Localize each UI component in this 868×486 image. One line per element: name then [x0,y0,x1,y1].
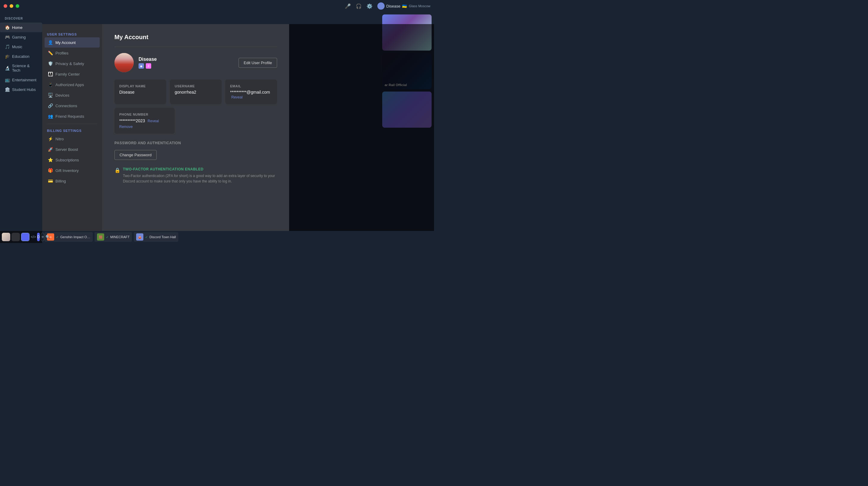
profile-badges: ◆ # [138,63,157,69]
username-value: gonorrhea2 [175,90,217,95]
sidebar-item-music[interactable]: 🎵 Music [0,42,42,52]
headphones-icon[interactable]: 🎧 [356,3,362,9]
settings-nav-subscriptions[interactable]: ⭐ Subscriptions [44,155,100,165]
mic-icon[interactable]: 🎤 [345,3,351,9]
boost-icon: 🚀 [48,147,53,152]
settings-divider-1 [47,124,97,124]
settings-panel: USER SETTINGS 👤 My Account ✏️ Profiles 🛡… [42,24,289,231]
taskbar-icon-explore[interactable]: 🔍 [45,233,50,241]
gaming-icon: 🎮 [5,35,10,39]
flag-icon: 🇺🇦 [402,4,407,8]
phone-masked: **********2023 [119,118,145,123]
sidebar-label-education: Education [12,54,30,59]
sidebar-item-home[interactable]: 🏠 Home [0,23,42,32]
discord-icon: D [37,235,40,239]
settings-nav-privacy[interactable]: 🛡️ Privacy & Safety [44,58,100,69]
settings-sidebar: USER SETTINGS 👤 My Account ✏️ Profiles 🛡… [42,24,102,231]
nav-label-billing: Billing [55,179,66,183]
code-icon: </> [31,235,36,239]
nav-label-friends: Friend Requests [55,114,84,119]
taskbar-icon-add[interactable]: + [41,233,44,241]
settings-nav-server-boost[interactable]: 🚀 Server Boost [44,144,100,155]
music-icon: 🎵 [5,44,10,49]
devices-icon: 🖥️ [48,92,53,98]
email-reveal[interactable]: Reveal [231,95,243,99]
info-cards: Display Name Disease Username gonorrhea2… [115,79,277,104]
genshin-name: Genshin Impact Official [60,235,90,239]
settings-nav-devices[interactable]: 🖥️ Devices [44,90,100,100]
sidebar-item-gaming[interactable]: 🎮 Gaming [0,32,42,42]
phone-remove[interactable]: Remove [119,125,170,129]
taskbar: 2 ⭐ </> D + 🔍 [0,231,42,243]
family-icon: 👨‍👩‍👧 [48,71,53,77]
sidebar-label-student: Student Hubs [12,87,36,92]
settings-nav-friends[interactable]: 👥 Friend Requests [44,111,100,121]
nav-label-my-account: My Account [55,40,75,45]
sidebar-label-entertainment: Entertainment [12,78,36,82]
taskbar-icon-code[interactable]: </> [31,233,36,241]
settings-icon[interactable]: ⚙️ [367,3,373,9]
profile-section: Disease ◆ # Edit User Profile [115,53,277,72]
friends-icon: 👥 [48,114,53,119]
privacy-icon: 🛡️ [48,61,53,66]
science-icon: 🔬 [5,66,10,70]
display-name-label: Display Name [119,84,161,88]
window-controls [4,4,19,8]
minimize-button[interactable] [10,4,13,8]
billing-icon: 💳 [48,178,53,184]
sidebar-item-education[interactable]: 🎓 Education [0,52,42,61]
settings-nav-family[interactable]: 👨‍👩‍👧 Family Center [44,69,100,79]
titlebar-right: 🎤 🎧 ⚙️ Disease 🇺🇦 Glass Moscow [345,2,431,10]
minecraft-name: MINECRAFT [110,235,129,239]
billing-settings-label: BILLING SETTINGS [44,127,100,134]
edit-profile-button[interactable]: Edit User Profile [239,58,277,68]
nav-label-privacy: Privacy & Safety [55,61,84,66]
twofa-section: 🔒 TWO-FACTOR AUTHENTICATION ENABLED Two-… [115,167,277,184]
settings-nav-nitro[interactable]: ⚡ Nitro [44,134,100,144]
minecraft-checkmark: ✓ [106,235,108,239]
explore-icon: 🔍 [45,235,50,239]
settings-nav-my-account[interactable]: 👤 My Account [44,37,100,47]
nav-label-devices: Devices [55,93,69,98]
taskbar-icon-3[interactable] [11,233,20,241]
maximize-button[interactable] [16,4,19,8]
settings-nav-billing[interactable]: 💳 Billing [44,176,100,186]
bottom-server-minecraft[interactable]: 🟫 ✓ MINECRAFT [95,232,132,242]
email-masked: **********@gmail.com [230,90,270,95]
phone-label: Phone Number [119,112,170,116]
entertainment-icon: 📺 [5,77,10,82]
genshin-checkmark: ✓ [56,235,58,239]
settings-nav-gift-inventory[interactable]: 🎁 Gift Inventory [44,165,100,175]
phone-reveal[interactable]: Reveal [148,119,159,123]
profile-left: Disease ◆ # [115,53,157,72]
email-card: Email **********@gmail.com Reveal [225,79,277,104]
change-password-button[interactable]: Change Password [115,150,157,160]
username-card: Username gonorrhea2 [170,79,222,104]
page-title: My Account [115,34,277,41]
nav-label-apps: Authorized Apps [55,83,84,87]
bottom-server-genshin[interactable]: G ✓ Genshin Impact Official [44,232,93,242]
taskbar-icon-9[interactable]: D [37,233,40,241]
username-label: Username [175,84,217,88]
nitro-badge: ◆ [138,63,144,69]
settings-nav-connections[interactable]: 🔗 Connections [44,101,100,111]
profile-name: Disease [138,57,157,62]
taskbar-icon-2[interactable] [2,233,10,241]
sidebar-label-music: Music [12,44,22,49]
taskbar-icon-active[interactable] [21,233,30,241]
sidebar-item-student[interactable]: 🏛️ Student Hubs [0,85,42,94]
close-button[interactable] [4,4,7,8]
user-settings-label: USER SETTINGS [44,30,100,37]
settings-content: My Account Disease ◆ # [102,24,289,231]
sidebar-item-entertainment[interactable]: 📺 Entertainment [0,75,42,85]
settings-overlay: USER SETTINGS 👤 My Account ✏️ Profiles 🛡… [42,24,434,231]
bottom-server-bar: G ✓ Genshin Impact Official 🟫 ✓ MINECRAF… [42,231,380,243]
settings-nav-apps[interactable]: 📱 Authorized Apps [44,79,100,90]
avatar [115,53,134,72]
password-section: PASSWORD AND AUTHENTICATION Change Passw… [115,141,277,160]
bottom-server-discord-town[interactable]: 🎪 ✓ Discord Town Hall [134,232,178,242]
display-name-value: Disease [119,90,161,95]
profile-info: Disease ◆ # [138,57,157,69]
sidebar-item-science[interactable]: 🔬 Science & Tech [0,61,42,75]
settings-nav-profiles[interactable]: ✏️ Profiles [44,48,100,58]
